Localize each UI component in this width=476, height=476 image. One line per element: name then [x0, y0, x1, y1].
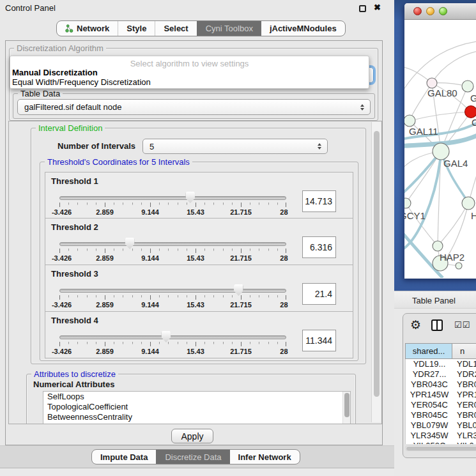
table-row[interactable]: YPR145W YPR1: [406, 390, 476, 400]
table-row[interactable]: YBL079W YBL0: [406, 420, 476, 431]
tab-label: Select: [164, 24, 188, 33]
slider-thumb[interactable]: [185, 192, 195, 203]
table-row[interactable]: YDL19... YDL1: [406, 359, 476, 369]
table-row[interactable]: YDR27... YDR2: [406, 369, 476, 380]
threshold-value-field[interactable]: 11.344: [302, 330, 336, 351]
node-table: shared... n YDL19... YDL1 YDR27... YDR2 …: [405, 343, 476, 444]
network-icon: [65, 24, 73, 33]
slider-thumb[interactable]: [161, 331, 171, 342]
checkbox-icons[interactable]: ☑☑: [454, 320, 470, 330]
table-row[interactable]: YIL052C YIL0: [406, 441, 476, 444]
table-row[interactable]: YER054C YER0: [406, 400, 476, 410]
table-header-row: shared... n: [405, 343, 476, 359]
number-of-intervals-combobox[interactable]: 5: [142, 139, 328, 154]
popup-item-equal-width-frequency[interactable]: Equal Width/Frequency Discretization: [10, 77, 369, 87]
slider-ticks: [59, 342, 286, 346]
control-panel-tabbar: Network Style Select Cyni Toolbox jActiv…: [56, 20, 346, 36]
tab-infer-network[interactable]: Infer Network: [230, 450, 300, 464]
tab-jactivemnodules[interactable]: jActiveMNodules: [261, 21, 345, 36]
list-item[interactable]: BetweennessCentrality: [43, 412, 350, 422]
tick-label: 9.144: [141, 254, 159, 262]
slider-track[interactable]: [59, 289, 286, 293]
tab-style[interactable]: Style: [118, 21, 155, 36]
zoom-traffic-light-icon[interactable]: [439, 7, 447, 15]
thresholds-group: Threshold's Coordinates for 5 Intervals …: [40, 162, 358, 361]
table-row[interactable]: YBR043C YBR0: [406, 380, 476, 390]
close-traffic-light-icon[interactable]: [413, 7, 422, 15]
minimize-traffic-light-icon[interactable]: [426, 7, 434, 15]
table-horizontal-scrollbar[interactable]: [405, 445, 476, 451]
tick-label: 2.859: [96, 208, 114, 216]
network-canvas[interactable]: GAL80 G C GAL11 GAL4 GCY1 H HAP2: [404, 20, 476, 278]
tick-label: 9.144: [141, 348, 159, 355]
threshold-slider[interactable]: -3.426 2.859 9.144 15.43 21.715 28: [59, 194, 286, 216]
slider-track[interactable]: [59, 196, 286, 200]
network-window-titlebar: [404, 3, 476, 20]
tab-network[interactable]: Network: [57, 21, 118, 36]
slider-scale: -3.426 2.859 9.144 15.43 21.715 28: [59, 301, 286, 309]
network-view-window[interactable]: GAL80 G C GAL11 GAL4 GCY1 H HAP2: [404, 3, 476, 279]
tab-impute-data[interactable]: Impute Data: [92, 450, 156, 464]
threshold-label: Threshold 2: [51, 222, 98, 232]
tab-cyni-toolbox[interactable]: Cyni Toolbox: [197, 21, 261, 36]
cell-shared-name: YLR345W: [406, 431, 453, 441]
apply-button[interactable]: Apply: [171, 429, 213, 443]
node-label: GAL11: [409, 126, 438, 137]
table-toolbar: ⚙ ☑☑: [403, 314, 476, 343]
table-row[interactable]: YLR345W YLR3: [406, 431, 476, 441]
threshold-value-field[interactable]: 21.4: [302, 283, 336, 305]
slider-thumb[interactable]: [234, 284, 243, 296]
group-title: Discretization Algorithm: [14, 43, 106, 53]
combo-value: 5: [150, 142, 154, 151]
combo-arrows-icon: [360, 104, 364, 111]
slider-ticks: [59, 203, 286, 207]
gear-icon[interactable]: ⚙: [410, 318, 421, 332]
node-label: H: [471, 210, 476, 221]
tick-label: 2.859: [96, 301, 114, 309]
slider-thumb[interactable]: [125, 238, 135, 249]
threshold-row: Threshold 2 -3.426 2.859 9.144 15.43 21.…: [45, 219, 353, 265]
tab-label: Discretize Data: [165, 452, 221, 462]
tab-label: Style: [127, 24, 146, 33]
column-header-name[interactable]: n: [452, 343, 476, 359]
threshold-slider[interactable]: -3.426 2.859 9.144 15.43 21.715 28: [59, 240, 286, 262]
threshold-value-field[interactable]: 6.316: [302, 236, 336, 258]
bottom-pad: [0, 469, 394, 476]
cell-name: YDR2: [453, 369, 476, 380]
slider-track[interactable]: [59, 242, 286, 246]
cell-shared-name: YDR27...: [406, 369, 453, 380]
threshold-slider[interactable]: -3.426 2.859 9.144 15.43 21.715 28: [59, 334, 286, 355]
app-root: { "title_bar": { "title": "Control Panel…: [0, 0, 476, 476]
list-item[interactable]: TopologicalCoefficient: [43, 402, 350, 412]
table-data-combobox[interactable]: galFiltered.sif default node: [17, 99, 371, 115]
tab-select[interactable]: Select: [155, 21, 196, 36]
cell-name: YIL0: [453, 441, 476, 444]
tick-label: -3.426: [52, 208, 72, 216]
list-item[interactable]: SelfLoops: [43, 392, 350, 402]
list-scrollbar[interactable]: [342, 392, 350, 424]
tab-discretize-data[interactable]: Discretize Data: [156, 450, 229, 464]
threshold-slider[interactable]: -3.426 2.859 9.144 15.43 21.715 28: [59, 287, 286, 309]
cell-name: YER0: [453, 400, 476, 410]
table-data-group: Table Data galFiltered.sif default node: [13, 93, 375, 119]
node-label: G: [470, 93, 476, 104]
slider-scale: -3.426 2.859 9.144 15.43 21.715 28: [59, 208, 286, 216]
slider-ticks: [59, 295, 286, 300]
group-title: Attributes to discretize: [31, 369, 118, 379]
threshold-value-field[interactable]: 14.713: [302, 190, 336, 212]
algorithm-dropdown-popup: Select algorithm to view settings Manual…: [10, 56, 369, 89]
tab-label: jActiveMNodules: [270, 24, 337, 33]
cell-name: YBR0: [453, 380, 476, 390]
close-icon[interactable]: ✖: [374, 3, 381, 12]
slider-track[interactable]: [59, 335, 286, 339]
panel-scrollbar[interactable]: [371, 122, 381, 422]
popup-item-manual-discretization[interactable]: Manual Discretization: [10, 68, 369, 77]
node-label: HAP2: [440, 252, 464, 263]
tick-label: 21.715: [230, 348, 252, 355]
settings-scroll-panel: Interval Definition Number of Intervals …: [8, 121, 382, 424]
tick-label: -3.426: [52, 254, 72, 262]
columns-icon[interactable]: [431, 319, 443, 331]
float-window-icon[interactable]: [359, 5, 366, 12]
column-header-shared-name[interactable]: shared...: [405, 343, 452, 359]
table-row[interactable]: YBR045C YBR0: [406, 410, 476, 420]
